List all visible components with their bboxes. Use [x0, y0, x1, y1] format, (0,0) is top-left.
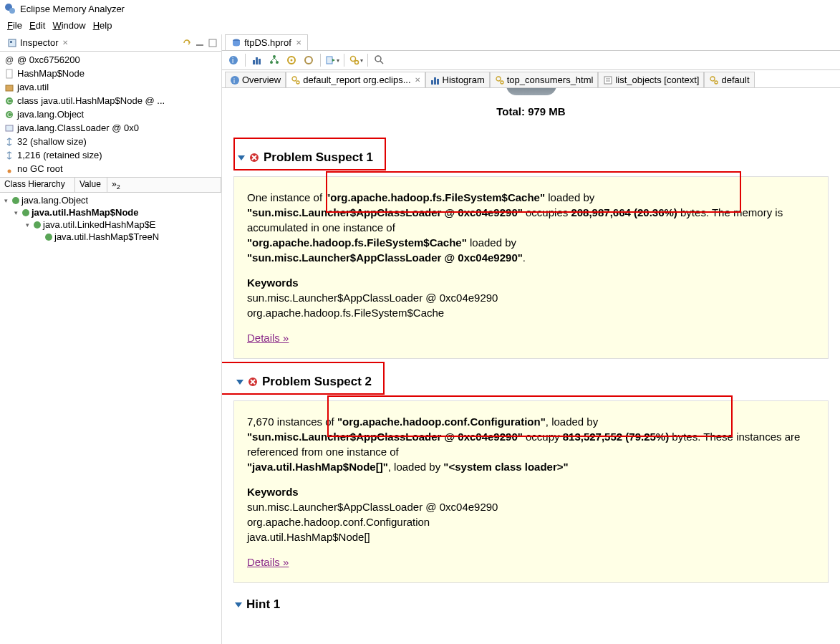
disclose-icon[interactable] [236, 380, 243, 385]
svg-text:C: C [7, 111, 12, 118]
suspect2-title: Problem Suspect 2 [262, 375, 372, 389]
info-icon[interactable]: i [226, 53, 241, 67]
svg-point-33 [355, 61, 359, 64]
minimize-icon[interactable] [194, 37, 206, 49]
expand-icon[interactable]: ▾ [23, 221, 32, 229]
inspector-tab-label: Inspector [20, 37, 58, 48]
list-icon [603, 75, 613, 85]
svg-point-38 [292, 77, 296, 81]
gear1-icon[interactable] [284, 53, 299, 67]
inspector-classfile: HashMap$Node [0, 67, 221, 80]
details-link[interactable]: Details » [247, 554, 289, 569]
svg-point-30 [305, 57, 312, 64]
keyword-line: org.apache.hadoop.conf.Configuration [247, 514, 815, 529]
svg-point-49 [715, 81, 718, 84]
subtab-list-objects[interactable]: list_objects [context] [598, 72, 704, 87]
info-icon: i [230, 75, 240, 85]
gear2-icon[interactable] [301, 53, 316, 67]
subtab-default2[interactable]: default [704, 72, 754, 87]
hprof-icon [231, 38, 241, 48]
error-icon [249, 153, 259, 163]
search-icon[interactable] [372, 53, 387, 67]
close-icon[interactable]: ✕ [62, 39, 68, 47]
suspect2-body: 7,670 instances of "org.apache.hadoop.co… [233, 400, 829, 583]
col-more[interactable]: »2 [107, 178, 221, 192]
report-subtabs: iOverview default_report org.eclips...✕ … [222, 70, 840, 88]
pie-chart-remnant [499, 90, 564, 100]
toolbar-separator [344, 54, 344, 67]
disclose-icon[interactable] [238, 155, 245, 160]
svg-rect-31 [327, 57, 332, 64]
gears-icon[interactable]: ▾ [349, 53, 363, 67]
suspect2-heading[interactable]: Problem Suspect 2 [235, 372, 373, 392]
suspect1-title: Problem Suspect 1 [264, 150, 373, 165]
svg-point-27 [276, 61, 279, 64]
svg-rect-23 [256, 57, 258, 64]
histogram-icon [430, 75, 440, 85]
tree-node-linkedhashmap[interactable]: ▾java.util.LinkedHashMap$E [0, 218, 221, 231]
sync-icon[interactable] [181, 37, 193, 49]
class-green-icon: C [4, 110, 14, 120]
hint1-heading[interactable]: Hint 1 [233, 595, 829, 615]
tree-icon[interactable] [267, 53, 281, 67]
maximize-icon[interactable] [207, 37, 218, 49]
editor-tab-hprof[interactable]: ftpDS.hprof ✕ [225, 34, 308, 50]
class-green-icon [11, 196, 20, 205]
class-hierarchy-tree: ▾java.lang.Object ▾java.util.HashMap$Nod… [0, 193, 221, 244]
svg-text:C: C [7, 97, 12, 105]
annotation-box: Problem Suspect 2 [222, 362, 385, 395]
svg-point-1 [9, 8, 15, 14]
menu-help[interactable]: Help [90, 19, 115, 32]
gears-icon [495, 75, 505, 85]
keywords-label: Keywords [247, 275, 815, 290]
close-icon[interactable]: ✕ [415, 76, 420, 84]
content-area: Inspector ✕ @@ 0xc6756200 HashMap$Node j… [0, 34, 840, 644]
inspector-tabrow: Inspector ✕ [0, 34, 221, 52]
keyword-line: org.apache.hadoop.fs.FileSystem$Cache [247, 305, 815, 320]
expand-icon[interactable]: ▾ [11, 209, 20, 216]
inspector-loader: java.lang.ClassLoader @ 0x0 [0, 121, 221, 135]
col-value[interactable]: Value [75, 178, 107, 192]
svg-rect-13 [6, 125, 13, 131]
col-class-hierarchy[interactable]: Class Hierarchy [0, 178, 75, 192]
svg-rect-4 [196, 44, 203, 46]
disclose-icon[interactable] [235, 602, 242, 607]
tree-node-treenode[interactable]: java.util.HashMap$TreeN [0, 231, 221, 243]
svg-rect-7 [6, 69, 12, 78]
subtab-default-report[interactable]: default_report org.eclips...✕ [286, 72, 425, 87]
keyword-line: java.util.HashMap$Node[] [247, 529, 815, 544]
app-root: Eclipse Memory Analyzer File Edit Window… [0, 0, 840, 644]
menu-file[interactable]: File [4, 19, 25, 32]
inspector-super: Cjava.lang.Object [0, 107, 221, 121]
expand-icon[interactable]: ▾ [1, 197, 10, 204]
gears-icon [291, 75, 301, 85]
close-icon[interactable]: ✕ [296, 39, 301, 47]
tree-node-hashmapnode[interactable]: ▾java.util.HashMap$Node [0, 206, 221, 218]
class-green-icon [33, 221, 42, 229]
loader-icon [4, 123, 14, 133]
svg-rect-22 [253, 60, 255, 64]
subtab-histogram[interactable]: Histogram [425, 72, 490, 87]
details-link[interactable]: Details » [247, 330, 289, 345]
inspector-gcroot: no GC root [0, 162, 221, 176]
tree-node-object[interactable]: ▾java.lang.Object [0, 194, 221, 206]
suspect1-heading[interactable]: Problem Suspect 1 [236, 148, 375, 168]
histogram-icon[interactable] [250, 53, 264, 67]
svg-rect-42 [437, 79, 439, 85]
svg-point-25 [273, 55, 276, 58]
svg-rect-41 [434, 77, 436, 85]
subtab-overview[interactable]: iOverview [225, 72, 286, 87]
svg-point-17 [34, 221, 41, 229]
gears-icon [709, 75, 719, 85]
menu-edit[interactable]: Edit [26, 19, 48, 32]
subtab-top-consumers[interactable]: top_consumers_html [490, 72, 599, 87]
run-report-icon[interactable]: ▾ [325, 53, 339, 67]
menu-window[interactable]: Window [49, 19, 88, 32]
inspector-tab[interactable]: Inspector ✕ [3, 36, 72, 49]
svg-text:@: @ [5, 55, 14, 65]
svg-point-14 [8, 169, 11, 173]
svg-rect-8 [6, 85, 13, 91]
main-toolbar: i ▾ ▾ [222, 51, 840, 70]
total-label: Total: 979 MB [233, 105, 829, 117]
inspector-package: java.util [0, 80, 221, 94]
